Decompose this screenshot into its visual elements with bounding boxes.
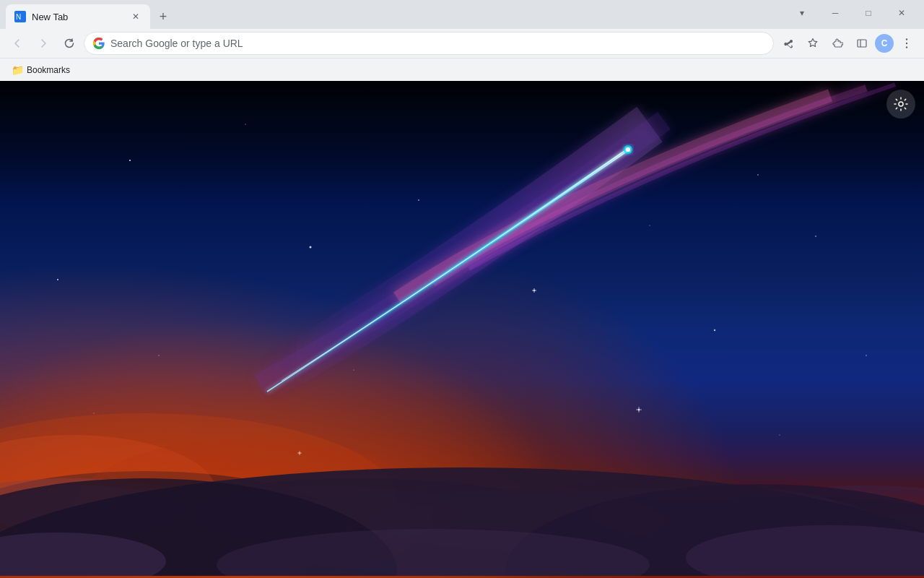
window-controls: ▾ ─ □ ✕ [785, 3, 918, 23]
bookmark-item-bookmarks[interactable]: 📁 Bookmarks [6, 61, 76, 79]
svg-point-4 [906, 38, 907, 40]
title-bar: N New Tab ✕ + ▾ ─ □ ✕ [0, 0, 924, 29]
svg-point-5 [906, 43, 907, 44]
tab-list-button[interactable]: ▾ [785, 3, 819, 23]
new-tab-button[interactable]: + [153, 7, 173, 27]
close-button[interactable]: ✕ [885, 3, 918, 23]
forward-button[interactable] [32, 32, 55, 55]
new-tab-page [0, 81, 924, 578]
share-button[interactable] [777, 32, 800, 55]
menu-button[interactable] [895, 32, 918, 55]
chrome-frame: N New Tab ✕ + ▾ ─ □ ✕ [0, 0, 924, 578]
profile-avatar[interactable]: C [875, 34, 894, 53]
extensions-button[interactable] [826, 32, 849, 55]
bookmarks-bar: 📁 Bookmarks [0, 58, 924, 81]
toolbar: Search Google or type a URL [0, 29, 924, 58]
maximize-button[interactable]: □ [852, 3, 885, 23]
bookmark-button[interactable] [801, 32, 824, 55]
back-button[interactable] [6, 32, 29, 55]
svg-point-6 [906, 46, 907, 48]
ntp-settings-button[interactable] [886, 90, 915, 118]
tab-strip: N New Tab ✕ + [6, 0, 785, 29]
svg-rect-2 [858, 40, 866, 47]
tab-title: New Tab [32, 12, 124, 22]
ntp-background [0, 81, 924, 578]
svg-text:N: N [16, 13, 21, 21]
sidebar-button[interactable] [850, 32, 873, 55]
tab-close-button[interactable]: ✕ [130, 11, 141, 22]
omnibox[interactable]: Search Google or type a URL [84, 32, 774, 55]
tab-favicon: N [14, 11, 26, 22]
folder-icon: 📁 [12, 64, 24, 76]
reload-button[interactable] [58, 32, 81, 55]
minimize-button[interactable]: ─ [819, 3, 852, 23]
omnibox-text: Search Google or type a URL [110, 38, 764, 49]
bookmark-label: Bookmarks [27, 65, 70, 75]
toolbar-actions: C [777, 32, 918, 55]
active-tab[interactable]: N New Tab ✕ [6, 4, 150, 29]
google-logo [93, 38, 105, 49]
